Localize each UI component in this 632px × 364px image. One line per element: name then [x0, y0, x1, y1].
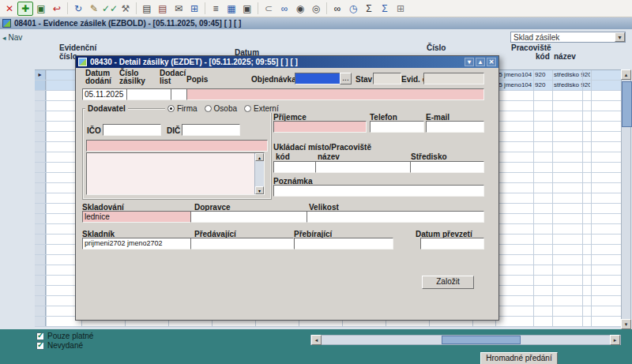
row-header[interactable] — [35, 132, 46, 141]
row-header[interactable] — [35, 173, 46, 182]
scroll-thumb[interactable] — [622, 81, 632, 127]
scroll-down-icon[interactable]: ▾ — [255, 186, 264, 194]
column-header-pracoviste[interactable]: Pracoviště — [511, 43, 551, 52]
evid-c-input[interactable] — [423, 73, 484, 84]
list-icon[interactable]: ≡ — [208, 2, 224, 16]
dic-input[interactable] — [182, 124, 240, 136]
link-icon[interactable]: ∞ — [276, 2, 292, 16]
row-header[interactable] — [35, 111, 46, 121]
nav-collapse-button[interactable]: ◂ Nav — [2, 33, 22, 42]
window-titlebar[interactable]: 08401 - Evidence zásilek (EZBOLD) - [05.… — [0, 17, 632, 29]
dodavatel-name-input[interactable] — [86, 140, 268, 152]
row-header[interactable] — [35, 214, 46, 223]
close-button[interactable]: ✕ — [487, 58, 496, 66]
telefon-input[interactable] — [370, 121, 424, 133]
paperclip-icon[interactable]: ⊂ — [261, 2, 276, 16]
skladnik-input[interactable]: prijmeni2702 jmeno2702 — [82, 238, 192, 250]
tools-icon[interactable]: ⚒ — [118, 2, 134, 16]
vertical-scrollbar[interactable]: ▴ ▾ — [621, 69, 631, 329]
row-header[interactable]: ▸ — [35, 70, 46, 80]
nevydane-checkbox[interactable]: Nevydané — [36, 341, 83, 350]
row-header[interactable] — [35, 193, 46, 203]
objednavka-browse-button[interactable]: ... — [340, 73, 352, 84]
glasses-icon[interactable]: ∞ — [329, 2, 345, 16]
print-preview-icon[interactable]: ▤ — [155, 2, 171, 16]
prijemce-input[interactable] — [273, 121, 367, 133]
grid-icon[interactable]: ▦ — [224, 2, 239, 16]
scroll-right-icon[interactable]: ▸ — [610, 335, 620, 345]
row-header[interactable] — [35, 101, 46, 111]
dodavatel-listbox[interactable]: ▴ ▾ — [86, 152, 265, 195]
row-header[interactable] — [35, 163, 46, 172]
row-header[interactable] — [35, 296, 46, 306]
row-header[interactable] — [35, 183, 46, 193]
check-icon[interactable]: ✓✓ — [102, 2, 118, 16]
mail-icon[interactable]: ✉ — [171, 2, 186, 16]
row-header[interactable] — [35, 276, 46, 285]
scroll-up-icon[interactable]: ▴ — [255, 153, 264, 161]
radio-externi[interactable]: Externí — [244, 104, 279, 113]
row-header[interactable] — [35, 81, 46, 90]
dopravce-input[interactable] — [190, 211, 308, 223]
ukladaci-kod-input[interactable] — [273, 161, 318, 173]
column-header-nazev[interactable]: název — [554, 52, 576, 61]
poznamka-input[interactable] — [273, 185, 484, 197]
maximize-button[interactable]: ▴ — [476, 58, 485, 66]
preview-icon[interactable]: ◎ — [308, 2, 324, 16]
cube-icon[interactable]: ⊞ — [393, 2, 408, 16]
zalozit-button[interactable]: Založit — [422, 276, 474, 289]
row-header[interactable] — [35, 306, 46, 316]
ukladaci-nazev-input[interactable] — [315, 161, 412, 173]
ico-input[interactable] — [103, 124, 161, 136]
row-header[interactable] — [35, 224, 46, 234]
pouze-platne-checkbox[interactable]: Pouze platné — [36, 332, 93, 340]
row-header[interactable] — [35, 91, 46, 100]
undo-icon[interactable]: ↩ — [49, 2, 65, 16]
scroll-up-icon[interactable]: ▴ — [621, 69, 631, 80]
delete-icon[interactable]: ✕ — [2, 2, 17, 16]
popis-input[interactable] — [186, 88, 484, 100]
objednavka-input[interactable] — [295, 73, 342, 84]
save-icon[interactable]: ▣ — [33, 2, 49, 16]
scroll-thumb[interactable] — [442, 336, 521, 344]
warehouse-select[interactable]: Sklad zásilek ▾ — [510, 32, 626, 43]
hromadne-predani-button[interactable]: Hromadné předání — [480, 352, 558, 364]
chevron-down-icon[interactable]: ▾ — [615, 32, 625, 42]
cislo-zasilky-input[interactable] — [126, 88, 173, 100]
print-icon[interactable]: ▤ — [139, 2, 155, 16]
add-icon[interactable]: ✚ — [17, 2, 33, 16]
stredisko-input[interactable] — [410, 161, 484, 173]
scroll-left-icon[interactable]: ◂ — [311, 335, 322, 345]
row-header[interactable] — [35, 235, 46, 244]
prebirajici-input[interactable] — [294, 238, 393, 250]
listbox-scrollbar[interactable]: ▴ ▾ — [254, 153, 264, 194]
email-input[interactable] — [426, 121, 484, 133]
sum-icon[interactable]: Σ — [361, 2, 377, 16]
eye-icon[interactable]: ◉ — [292, 2, 308, 16]
velikost-input[interactable] — [307, 211, 484, 223]
column-header-kod[interactable]: kód — [536, 52, 550, 61]
row-header[interactable] — [35, 245, 46, 254]
datum-dodani-input[interactable]: 05.11.2025 — [82, 88, 129, 100]
row-header[interactable] — [35, 265, 46, 275]
row-header[interactable] — [35, 286, 46, 295]
clock-icon[interactable]: ◷ — [345, 2, 361, 16]
horizontal-scrollbar[interactable]: ◂ ▸ — [310, 335, 621, 345]
predavajici-input[interactable] — [190, 238, 294, 250]
minimize-button[interactable]: ▾ — [465, 58, 474, 66]
row-header[interactable] — [35, 142, 46, 152]
column-header-cislo[interactable]: Číslo — [427, 43, 446, 52]
form-icon[interactable]: ▣ — [239, 2, 255, 16]
calculator-icon[interactable]: ⊞ — [186, 2, 202, 16]
row-header[interactable] — [35, 152, 46, 162]
row-header[interactable] — [35, 317, 46, 326]
skladovani-input[interactable]: lednice — [82, 211, 192, 223]
dialog-titlebar[interactable]: 08430 - Detail zásilky (EZDET) - [05.11.… — [76, 56, 498, 68]
radio-firma[interactable]: Firma — [167, 104, 198, 113]
refresh-icon[interactable]: ↻ — [70, 2, 86, 16]
radio-osoba[interactable]: Osoba — [205, 104, 237, 113]
stav-input[interactable] — [373, 73, 401, 84]
row-header[interactable] — [35, 204, 46, 213]
datum-prevzeti-input[interactable] — [420, 238, 484, 250]
column-header-evidencni[interactable]: Evidenční — [59, 43, 96, 52]
